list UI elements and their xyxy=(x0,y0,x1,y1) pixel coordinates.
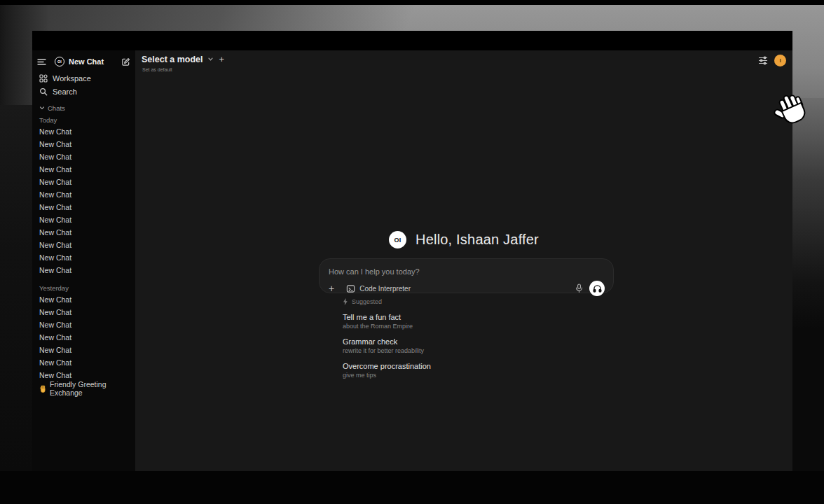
model-selector-label: Select a model xyxy=(142,55,203,64)
chat-list-item[interactable]: New Chat xyxy=(37,306,130,318)
chat-item-label: New Chat xyxy=(39,241,71,249)
sidebar: OI New Chat Workspace Searc xyxy=(32,50,135,471)
chat-list-item[interactable]: New Chat xyxy=(37,318,130,331)
desktop-wallpaper-bottom xyxy=(0,471,824,504)
chat-list-item[interactable]: New Chat xyxy=(37,331,130,344)
desktop-wallpaper-right xyxy=(792,98,824,329)
attach-plus-button[interactable]: + xyxy=(329,284,334,293)
chat-item-label: New Chat xyxy=(39,153,71,161)
suggested-prompt[interactable]: Grammar check rewrite it for better read… xyxy=(343,337,431,355)
chat-list-item[interactable]: New Chat xyxy=(37,201,130,214)
suggested-prompt[interactable]: Overcome procrastination give me tips xyxy=(343,362,431,379)
named-chat-label: Friendly Greeting Exchange xyxy=(50,380,130,397)
sidebar-toggle-icon[interactable] xyxy=(37,58,46,66)
chat-list-yesterday: New ChatNew ChatNew ChatNew ChatNew Chat… xyxy=(37,293,130,382)
bolt-icon xyxy=(343,298,348,305)
suggested-label: Suggested xyxy=(352,298,382,305)
sidebar-item-search[interactable]: Search xyxy=(37,85,130,98)
chat-item-label: New Chat xyxy=(39,321,71,329)
suggested-prompts: Suggested Tell me a fun fact about the R… xyxy=(343,298,431,379)
workspace-label: Workspace xyxy=(53,74,91,83)
wave-emoji-icon xyxy=(39,385,47,393)
controls-sliders-icon[interactable] xyxy=(758,56,768,65)
microphone-icon[interactable] xyxy=(575,284,583,293)
desktop-wallpaper-left xyxy=(0,105,32,471)
code-interpreter-icon xyxy=(346,284,355,293)
chat-item-label: New Chat xyxy=(39,358,71,367)
chats-section-header[interactable]: Chats xyxy=(37,102,130,113)
chat-item-label: New Chat xyxy=(39,308,71,316)
chats-section-label: Chats xyxy=(48,104,65,112)
suggested-prompt-title: Grammar check xyxy=(343,337,431,346)
chat-list-item[interactable]: New Chat xyxy=(37,138,130,150)
message-input[interactable] xyxy=(329,267,605,276)
open-webui-window: OI New Chat Workspace Searc xyxy=(32,31,792,471)
chat-list-item[interactable]: New Chat xyxy=(37,188,130,201)
add-model-button[interactable]: + xyxy=(219,54,225,64)
suggested-header: Suggested xyxy=(343,298,431,306)
chat-item-label: New Chat xyxy=(39,228,71,237)
chat-list-item[interactable]: New Chat xyxy=(37,226,130,239)
greeting-logo-icon: OI xyxy=(389,231,406,248)
chat-item-label: New Chat xyxy=(39,295,71,304)
code-interpreter-label: Code Interpreter xyxy=(359,285,411,293)
window-top-strip xyxy=(32,31,792,50)
suggested-prompt-title: Overcome procrastination xyxy=(343,362,431,371)
suggested-list: Tell me a fun fact about the Roman Empir… xyxy=(343,313,431,379)
chat-item-label: New Chat xyxy=(39,140,71,148)
model-chevron-down-icon xyxy=(207,56,214,62)
chat-list-item[interactable]: New Chat xyxy=(37,163,130,176)
user-avatar[interactable]: I xyxy=(774,55,786,66)
chat-item-label: New Chat xyxy=(39,371,71,379)
chat-list-item[interactable]: New Chat xyxy=(37,176,130,188)
chat-item-label: New Chat xyxy=(39,127,71,136)
chat-list-item[interactable]: New Chat xyxy=(37,125,130,138)
group-label-yesterday: Yesterday xyxy=(37,283,130,293)
desktop-top-bar xyxy=(0,0,824,5)
greeting-text: Hello, Ishaan Jaffer xyxy=(416,232,539,248)
chat-item-label: New Chat xyxy=(39,333,71,342)
suggested-prompt-subtitle: rewrite it for better readability xyxy=(343,347,431,355)
set-default-link[interactable]: Set as default xyxy=(142,67,172,72)
chat-list-item[interactable]: New Chat xyxy=(37,251,130,264)
group-label-today: Today xyxy=(37,115,130,125)
workspace-grid-icon xyxy=(39,74,48,83)
chat-item-label: New Chat xyxy=(39,165,71,174)
app-logo-icon: OI xyxy=(55,57,64,66)
sidebar-item-workspace[interactable]: Workspace xyxy=(37,71,130,85)
chat-item-label: New Chat xyxy=(39,266,71,274)
chat-list-item[interactable]: New Chat xyxy=(37,344,130,356)
chat-list-item[interactable]: New Chat xyxy=(37,150,130,163)
chevron-down-icon xyxy=(39,105,45,111)
chat-item-label: New Chat xyxy=(39,203,71,211)
chat-item-label: New Chat xyxy=(39,190,71,199)
suggested-prompt-subtitle: give me tips xyxy=(343,372,431,379)
greeting-row: OI Hello, Ishaan Jaffer xyxy=(135,231,792,248)
chat-list-item[interactable]: New Chat xyxy=(37,264,130,276)
model-selector[interactable]: Select a model + xyxy=(142,54,224,64)
chat-item-label: New Chat xyxy=(39,216,71,224)
search-icon xyxy=(39,88,48,96)
chat-item-label: New Chat xyxy=(39,253,71,262)
headphones-icon xyxy=(593,284,602,293)
suggested-prompt-title: Tell me a fun fact xyxy=(343,313,431,322)
chat-list-today: New ChatNew ChatNew ChatNew ChatNew Chat… xyxy=(37,125,130,276)
suggested-prompt[interactable]: Tell me a fun fact about the Roman Empir… xyxy=(343,313,431,330)
chat-list-item[interactable]: New Chat xyxy=(37,293,130,306)
main-area: Select a model + Set as default I OI Hel… xyxy=(135,50,792,471)
chat-list-item-named[interactable]: Friendly Greeting Exchange xyxy=(37,382,130,395)
chat-list-item[interactable]: New Chat xyxy=(37,239,130,251)
chat-list-item[interactable]: New Chat xyxy=(37,356,130,369)
chat-item-label: New Chat xyxy=(39,178,71,186)
suggested-prompt-subtitle: about the Roman Empire xyxy=(343,323,431,330)
new-chat-icon[interactable] xyxy=(121,57,130,66)
code-interpreter-toggle[interactable]: Code Interpreter xyxy=(346,284,411,293)
voice-call-button[interactable] xyxy=(589,281,605,296)
desktop-background: OI New Chat Workspace Searc xyxy=(0,0,824,504)
chat-list-item[interactable]: New Chat xyxy=(37,214,130,226)
message-composer[interactable]: + Code Interpreter xyxy=(319,258,614,293)
sidebar-title: New Chat xyxy=(69,57,121,66)
sidebar-header: OI New Chat xyxy=(37,55,130,69)
chat-item-label: New Chat xyxy=(39,346,71,354)
search-label: Search xyxy=(53,88,77,96)
